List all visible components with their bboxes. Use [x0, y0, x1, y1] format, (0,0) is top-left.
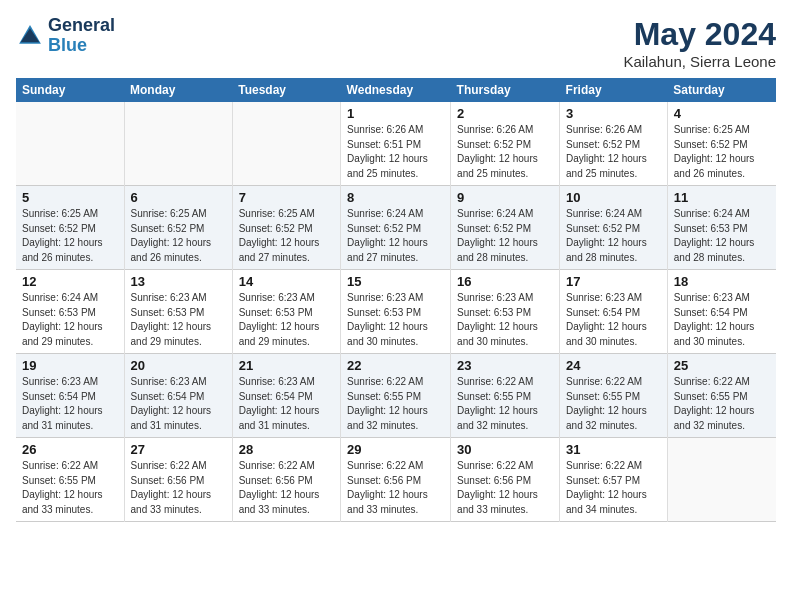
weekday-header-friday: Friday — [560, 78, 668, 102]
title-block: May 2024 Kailahun, Sierra Leone — [623, 16, 776, 70]
day-number: 3 — [566, 106, 661, 121]
day-info: Sunrise: 6:23 AMSunset: 6:54 PMDaylight:… — [239, 375, 334, 433]
calendar-cell: 5Sunrise: 6:25 AMSunset: 6:52 PMDaylight… — [16, 186, 124, 270]
week-row-2: 5Sunrise: 6:25 AMSunset: 6:52 PMDaylight… — [16, 186, 776, 270]
calendar-cell: 1Sunrise: 6:26 AMSunset: 6:51 PMDaylight… — [341, 102, 451, 186]
day-number: 21 — [239, 358, 334, 373]
day-number: 11 — [674, 190, 770, 205]
day-info: Sunrise: 6:22 AMSunset: 6:56 PMDaylight:… — [347, 459, 444, 517]
calendar-cell: 21Sunrise: 6:23 AMSunset: 6:54 PMDayligh… — [232, 354, 340, 438]
day-info: Sunrise: 6:23 AMSunset: 6:53 PMDaylight:… — [347, 291, 444, 349]
day-info: Sunrise: 6:23 AMSunset: 6:54 PMDaylight:… — [674, 291, 770, 349]
day-number: 18 — [674, 274, 770, 289]
calendar-cell: 22Sunrise: 6:22 AMSunset: 6:55 PMDayligh… — [341, 354, 451, 438]
calendar-cell: 12Sunrise: 6:24 AMSunset: 6:53 PMDayligh… — [16, 270, 124, 354]
page-header: General Blue May 2024 Kailahun, Sierra L… — [16, 16, 776, 70]
day-info: Sunrise: 6:22 AMSunset: 6:56 PMDaylight:… — [457, 459, 553, 517]
calendar-cell: 27Sunrise: 6:22 AMSunset: 6:56 PMDayligh… — [124, 438, 232, 522]
day-number: 29 — [347, 442, 444, 457]
day-number: 4 — [674, 106, 770, 121]
calendar-cell: 19Sunrise: 6:23 AMSunset: 6:54 PMDayligh… — [16, 354, 124, 438]
day-number: 30 — [457, 442, 553, 457]
day-number: 19 — [22, 358, 118, 373]
calendar-cell: 29Sunrise: 6:22 AMSunset: 6:56 PMDayligh… — [341, 438, 451, 522]
calendar-cell: 8Sunrise: 6:24 AMSunset: 6:52 PMDaylight… — [341, 186, 451, 270]
calendar-cell: 10Sunrise: 6:24 AMSunset: 6:52 PMDayligh… — [560, 186, 668, 270]
calendar-cell: 4Sunrise: 6:25 AMSunset: 6:52 PMDaylight… — [667, 102, 776, 186]
calendar-cell: 13Sunrise: 6:23 AMSunset: 6:53 PMDayligh… — [124, 270, 232, 354]
day-info: Sunrise: 6:25 AMSunset: 6:52 PMDaylight:… — [239, 207, 334, 265]
calendar-cell: 16Sunrise: 6:23 AMSunset: 6:53 PMDayligh… — [451, 270, 560, 354]
calendar-cell: 17Sunrise: 6:23 AMSunset: 6:54 PMDayligh… — [560, 270, 668, 354]
week-row-5: 26Sunrise: 6:22 AMSunset: 6:55 PMDayligh… — [16, 438, 776, 522]
day-info: Sunrise: 6:22 AMSunset: 6:55 PMDaylight:… — [566, 375, 661, 433]
calendar-cell: 3Sunrise: 6:26 AMSunset: 6:52 PMDaylight… — [560, 102, 668, 186]
calendar-cell: 15Sunrise: 6:23 AMSunset: 6:53 PMDayligh… — [341, 270, 451, 354]
weekday-header-tuesday: Tuesday — [232, 78, 340, 102]
calendar-cell: 25Sunrise: 6:22 AMSunset: 6:55 PMDayligh… — [667, 354, 776, 438]
day-info: Sunrise: 6:23 AMSunset: 6:54 PMDaylight:… — [22, 375, 118, 433]
day-info: Sunrise: 6:22 AMSunset: 6:56 PMDaylight:… — [131, 459, 226, 517]
weekday-header-row: SundayMondayTuesdayWednesdayThursdayFrid… — [16, 78, 776, 102]
weekday-header-wednesday: Wednesday — [341, 78, 451, 102]
calendar-table: SundayMondayTuesdayWednesdayThursdayFrid… — [16, 78, 776, 522]
day-number: 13 — [131, 274, 226, 289]
day-info: Sunrise: 6:26 AMSunset: 6:51 PMDaylight:… — [347, 123, 444, 181]
calendar-cell: 24Sunrise: 6:22 AMSunset: 6:55 PMDayligh… — [560, 354, 668, 438]
day-info: Sunrise: 6:24 AMSunset: 6:53 PMDaylight:… — [674, 207, 770, 265]
calendar-cell: 18Sunrise: 6:23 AMSunset: 6:54 PMDayligh… — [667, 270, 776, 354]
day-info: Sunrise: 6:23 AMSunset: 6:53 PMDaylight:… — [457, 291, 553, 349]
day-number: 15 — [347, 274, 444, 289]
day-number: 25 — [674, 358, 770, 373]
calendar-cell: 2Sunrise: 6:26 AMSunset: 6:52 PMDaylight… — [451, 102, 560, 186]
day-info: Sunrise: 6:22 AMSunset: 6:55 PMDaylight:… — [22, 459, 118, 517]
day-number: 10 — [566, 190, 661, 205]
day-number: 1 — [347, 106, 444, 121]
day-info: Sunrise: 6:22 AMSunset: 6:55 PMDaylight:… — [674, 375, 770, 433]
day-info: Sunrise: 6:25 AMSunset: 6:52 PMDaylight:… — [22, 207, 118, 265]
day-number: 27 — [131, 442, 226, 457]
month-title: May 2024 — [623, 16, 776, 53]
day-info: Sunrise: 6:23 AMSunset: 6:54 PMDaylight:… — [131, 375, 226, 433]
day-number: 17 — [566, 274, 661, 289]
day-info: Sunrise: 6:22 AMSunset: 6:55 PMDaylight:… — [347, 375, 444, 433]
day-info: Sunrise: 6:26 AMSunset: 6:52 PMDaylight:… — [457, 123, 553, 181]
day-info: Sunrise: 6:25 AMSunset: 6:52 PMDaylight:… — [674, 123, 770, 181]
day-number: 31 — [566, 442, 661, 457]
day-info: Sunrise: 6:23 AMSunset: 6:54 PMDaylight:… — [566, 291, 661, 349]
day-number: 8 — [347, 190, 444, 205]
logo-text: General Blue — [48, 16, 115, 56]
day-number: 7 — [239, 190, 334, 205]
day-info: Sunrise: 6:23 AMSunset: 6:53 PMDaylight:… — [239, 291, 334, 349]
weekday-header-saturday: Saturday — [667, 78, 776, 102]
day-number: 28 — [239, 442, 334, 457]
day-number: 9 — [457, 190, 553, 205]
calendar-cell: 14Sunrise: 6:23 AMSunset: 6:53 PMDayligh… — [232, 270, 340, 354]
day-number: 20 — [131, 358, 226, 373]
week-row-1: 1Sunrise: 6:26 AMSunset: 6:51 PMDaylight… — [16, 102, 776, 186]
day-info: Sunrise: 6:25 AMSunset: 6:52 PMDaylight:… — [131, 207, 226, 265]
day-number: 14 — [239, 274, 334, 289]
weekday-header-sunday: Sunday — [16, 78, 124, 102]
weekday-header-monday: Monday — [124, 78, 232, 102]
location-title: Kailahun, Sierra Leone — [623, 53, 776, 70]
calendar-cell — [232, 102, 340, 186]
calendar-cell: 9Sunrise: 6:24 AMSunset: 6:52 PMDaylight… — [451, 186, 560, 270]
week-row-3: 12Sunrise: 6:24 AMSunset: 6:53 PMDayligh… — [16, 270, 776, 354]
day-number: 6 — [131, 190, 226, 205]
calendar-cell — [667, 438, 776, 522]
logo: General Blue — [16, 16, 115, 56]
svg-marker-1 — [21, 28, 40, 42]
calendar-cell: 6Sunrise: 6:25 AMSunset: 6:52 PMDaylight… — [124, 186, 232, 270]
calendar-cell: 31Sunrise: 6:22 AMSunset: 6:57 PMDayligh… — [560, 438, 668, 522]
day-info: Sunrise: 6:26 AMSunset: 6:52 PMDaylight:… — [566, 123, 661, 181]
day-info: Sunrise: 6:24 AMSunset: 6:52 PMDaylight:… — [457, 207, 553, 265]
calendar-cell — [16, 102, 124, 186]
day-number: 5 — [22, 190, 118, 205]
calendar-cell: 20Sunrise: 6:23 AMSunset: 6:54 PMDayligh… — [124, 354, 232, 438]
calendar-cell — [124, 102, 232, 186]
calendar-cell: 26Sunrise: 6:22 AMSunset: 6:55 PMDayligh… — [16, 438, 124, 522]
day-number: 24 — [566, 358, 661, 373]
day-info: Sunrise: 6:22 AMSunset: 6:55 PMDaylight:… — [457, 375, 553, 433]
day-info: Sunrise: 6:22 AMSunset: 6:57 PMDaylight:… — [566, 459, 661, 517]
